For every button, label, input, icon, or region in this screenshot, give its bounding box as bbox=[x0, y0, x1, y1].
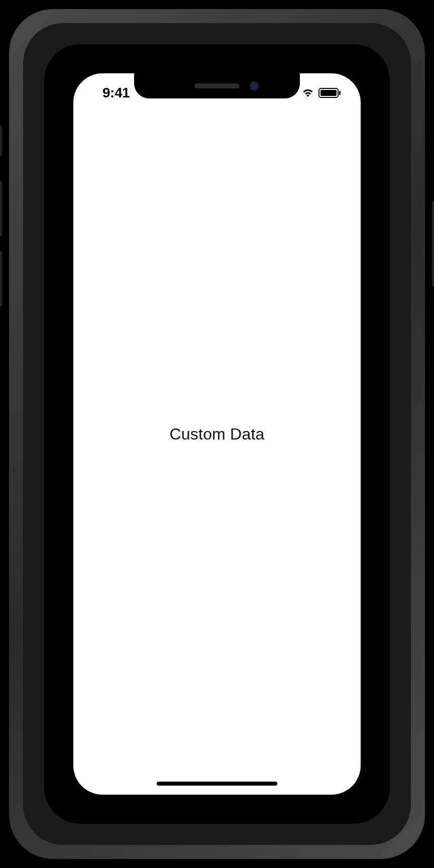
power-button[interactable] bbox=[432, 201, 434, 286]
speaker-grille bbox=[194, 83, 240, 88]
phone-frame: 9:41 bbox=[0, 0, 434, 868]
volume-up-button[interactable] bbox=[0, 181, 2, 236]
phone-frame-inner: 9:41 bbox=[23, 23, 411, 845]
center-label: Custom Data bbox=[170, 425, 265, 444]
content-area: Custom Data bbox=[73, 73, 361, 795]
phone-bezel: 9:41 bbox=[44, 44, 390, 824]
wifi-icon bbox=[301, 88, 314, 98]
volume-down-button[interactable] bbox=[0, 251, 2, 306]
front-camera bbox=[250, 81, 259, 90]
status-time: 9:41 bbox=[88, 85, 130, 101]
notch bbox=[134, 73, 300, 98]
phone-screen: 9:41 bbox=[73, 73, 361, 795]
battery-icon bbox=[318, 88, 341, 98]
home-indicator[interactable] bbox=[157, 782, 277, 786]
phone-frame-mid: 9:41 bbox=[9, 9, 425, 859]
silence-switch[interactable] bbox=[0, 126, 2, 156]
